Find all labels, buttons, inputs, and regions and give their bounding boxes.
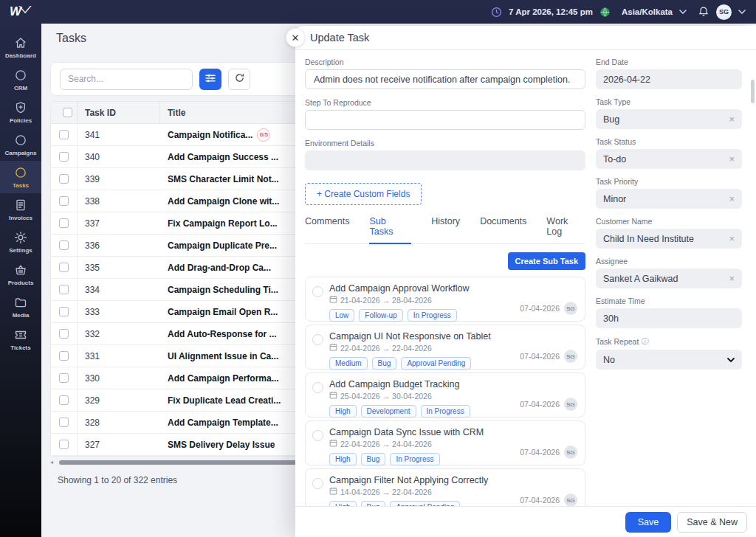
row-checkbox[interactable] xyxy=(59,307,69,316)
description-label: Description xyxy=(305,58,585,66)
subtask-radio[interactable] xyxy=(312,430,323,441)
subtask-radio[interactable] xyxy=(312,286,323,297)
clear-icon[interactable]: × xyxy=(724,153,735,164)
sidebar-item-campaigns[interactable]: Campaigns xyxy=(0,128,41,161)
tab-history[interactable]: History xyxy=(431,216,460,243)
subtask-card[interactable]: Add Campaign Approval Workflow 21-04-202… xyxy=(305,277,585,322)
field-value-box[interactable]: To-do × xyxy=(596,149,742,169)
row-checkbox[interactable] xyxy=(59,418,69,427)
sidebar-item-media[interactable]: Media xyxy=(0,291,41,323)
search-input[interactable] xyxy=(60,69,193,90)
tag-chip: High xyxy=(329,453,357,465)
bell-icon[interactable] xyxy=(698,6,709,18)
modal-header: Update Task xyxy=(295,26,756,50)
task-title-cell: SMS Delivery Delay Issue xyxy=(160,434,315,455)
task-title-cell: Add Auto-Response for ... xyxy=(160,323,315,344)
field-value-box[interactable]: No xyxy=(596,350,742,370)
subtask-created-date: 07-04-2026 xyxy=(520,352,560,361)
subtask-radio[interactable] xyxy=(312,334,323,345)
subtask-title: Add Campaign Approval Workflow xyxy=(329,283,577,294)
subtask-count-badge: 0/5 xyxy=(257,128,270,142)
sidebar-item-policies[interactable]: Policies xyxy=(0,96,41,128)
row-checkbox[interactable] xyxy=(59,196,69,206)
sidebar-item-products[interactable]: Products xyxy=(0,258,41,291)
field-value: 30h xyxy=(603,313,735,324)
sidebar-item-invoices[interactable]: Invoices xyxy=(0,193,41,226)
sidebar-item-tickets[interactable]: Tickets xyxy=(0,323,41,356)
row-checkbox[interactable] xyxy=(59,263,69,272)
row-checkbox[interactable] xyxy=(59,395,69,405)
refresh-button[interactable] xyxy=(228,69,250,90)
create-sub-task-button[interactable]: Create Sub Task xyxy=(508,252,585,270)
scroll-left-arrow-icon[interactable]: ◂ xyxy=(50,459,56,465)
sidebar-item-settings[interactable]: Settings xyxy=(0,226,41,258)
modal-tabs: CommentsSub TasksHistoryDocumentsWork Lo… xyxy=(305,216,585,244)
row-checkbox[interactable] xyxy=(59,152,69,162)
field-value-box[interactable]: Child In Need Institute × xyxy=(596,229,742,249)
save-and-new-button[interactable]: Save & New xyxy=(677,512,747,533)
subtask-avatar: SG xyxy=(564,446,577,459)
clear-icon[interactable]: × xyxy=(724,114,735,125)
entries-summary: Showing 1 to 20 of 322 entries xyxy=(58,475,177,485)
select-all-checkbox[interactable] xyxy=(63,108,72,117)
home-icon xyxy=(14,36,27,49)
subtask-radio[interactable] xyxy=(312,478,323,489)
row-checkbox[interactable] xyxy=(59,351,69,361)
modal-title: Update Task xyxy=(310,32,369,44)
task-title-cell: Campaign Duplicate Pre... xyxy=(160,235,315,256)
shield-icon xyxy=(14,101,27,114)
row-checkbox[interactable] xyxy=(59,174,69,184)
field-value: Minor xyxy=(603,194,724,204)
subtask-card[interactable]: Campaign UI Not Responsive on Tablet 22-… xyxy=(305,325,585,370)
tab-work-log[interactable]: Work Log xyxy=(546,216,585,243)
field-value-box[interactable]: Sanket A Gaikwad × xyxy=(596,268,742,288)
tag-chip: Follow-up xyxy=(359,309,402,322)
task-id-cell: 333 xyxy=(78,301,160,322)
row-checkbox[interactable] xyxy=(59,329,69,339)
task-id-cell: 335 xyxy=(78,257,160,278)
chevron-down-icon[interactable] xyxy=(738,10,746,14)
scrollbar-thumb[interactable] xyxy=(751,80,755,103)
tab-comments[interactable]: Comments xyxy=(305,216,349,243)
clear-icon[interactable]: × xyxy=(724,273,735,284)
environment-details-input[interactable] xyxy=(305,150,585,170)
field-value: Bug xyxy=(603,114,724,125)
description-input[interactable] xyxy=(305,69,585,89)
field-value-box[interactable]: Bug × xyxy=(596,109,742,129)
sidebar-item-crm[interactable]: CRM xyxy=(0,63,41,96)
subtask-card[interactable]: Add Campaign Budget Tracking 25-04-2026 … xyxy=(305,373,585,418)
subtask-title: Add Campaign Budget Tracking xyxy=(329,379,577,389)
user-avatar[interactable]: SG xyxy=(716,4,732,20)
row-checkbox[interactable] xyxy=(59,440,69,449)
subtask-date-range: 22-04-2026 → 24-04-2026 xyxy=(340,440,432,448)
row-checkbox[interactable] xyxy=(59,240,69,250)
modal-scrollbar[interactable] xyxy=(751,80,755,515)
row-checkbox[interactable] xyxy=(59,285,69,294)
filter-button[interactable] xyxy=(199,69,221,90)
tab-documents[interactable]: Documents xyxy=(480,216,526,243)
field-value-box[interactable]: 30h xyxy=(596,308,742,328)
row-checkbox[interactable] xyxy=(59,218,69,228)
field-value: 2026-04-22 xyxy=(603,75,735,85)
subtask-created-date: 07-04-2026 xyxy=(520,448,560,457)
chevron-down-icon[interactable] xyxy=(679,10,687,14)
close-icon[interactable]: ✕ xyxy=(286,28,305,47)
timezone-select[interactable]: Asia/Kolkata xyxy=(622,7,673,16)
tab-sub-tasks[interactable]: Sub Tasks xyxy=(369,216,411,244)
field-value-box[interactable]: Minor × xyxy=(596,189,742,209)
clear-icon[interactable]: × xyxy=(724,193,735,204)
field-value-box[interactable]: 2026-04-22 xyxy=(596,69,742,89)
create-custom-fields-button[interactable]: + Create Custom Fields xyxy=(305,183,422,205)
task-id-cell: 331 xyxy=(78,345,160,367)
sidebar-item-tasks[interactable]: Tasks xyxy=(0,161,41,193)
logo: W⟍⟋ xyxy=(0,4,41,19)
row-checkbox[interactable] xyxy=(59,373,69,383)
sidebar-item-dashboard[interactable]: Dashboard xyxy=(0,31,41,63)
save-button[interactable]: Save xyxy=(625,512,672,533)
subtask-card[interactable]: Campaign Data Sync Issue with CRM 22-04-… xyxy=(305,420,585,465)
step-to-reproduce-input[interactable] xyxy=(305,110,585,130)
task-id-cell: 341 xyxy=(78,124,160,145)
subtask-radio[interactable] xyxy=(312,382,323,393)
row-checkbox[interactable] xyxy=(59,130,69,139)
clear-icon[interactable]: × xyxy=(724,233,735,244)
